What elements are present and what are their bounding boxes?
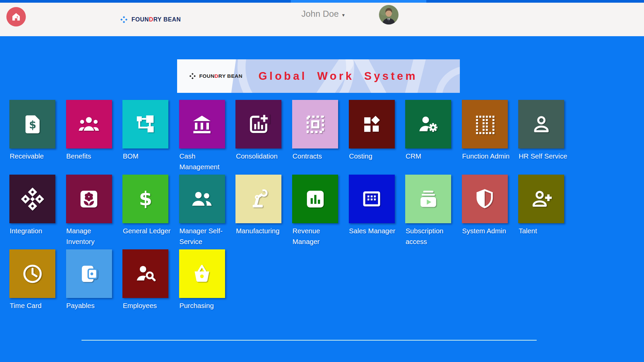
tile-label: CRM <box>406 151 459 162</box>
tile-label: Function Admin <box>462 151 515 162</box>
tile-surface[interactable]: $ <box>122 175 168 223</box>
tile-label: Manage Inventory <box>66 226 119 247</box>
tile-talent[interactable]: Talent <box>518 175 575 247</box>
chart-box-icon <box>304 188 327 210</box>
tile-manager-self-service[interactable]: Manager Self-Service <box>179 175 235 247</box>
tile-surface[interactable] <box>179 100 225 148</box>
bom-schema-icon <box>134 113 157 136</box>
app-window: FOUNDRY BEAN John Doe ▾ <box>0 0 644 362</box>
tile-manufacturing[interactable]: Manufacturing <box>235 175 292 247</box>
flower-box-icon <box>77 188 100 210</box>
dot-grid-icon <box>473 113 496 136</box>
tile-label: Revenue Manager <box>292 226 345 247</box>
tile-label: Integration <box>10 226 63 236</box>
tile-label: Time Card <box>10 300 63 311</box>
tile-employees[interactable]: Employees <box>122 249 179 321</box>
tile-surface[interactable] <box>66 100 112 148</box>
person-add-icon <box>530 188 553 210</box>
tile-surface[interactable] <box>349 100 395 148</box>
tile-function-admin[interactable]: Function Admin <box>462 100 518 172</box>
tile-surface[interactable] <box>235 100 281 148</box>
tile-label: System Admin <box>462 226 515 236</box>
tile-label: Manager Self-Service <box>179 226 232 247</box>
tile-revenue-manager[interactable]: Revenue Manager <box>292 175 348 247</box>
tile-label: HR Self Service <box>519 151 572 162</box>
tile-surface[interactable] <box>179 249 225 298</box>
tile-label: Payables <box>66 300 119 311</box>
tile-surface[interactable] <box>66 249 112 298</box>
people-icon <box>191 188 213 210</box>
tile-surface[interactable]: $ <box>9 100 55 148</box>
app-grid: $ReceivableBenefitsBOMCash ManagementCon… <box>0 0 644 362</box>
tile-surface[interactable] <box>9 249 55 298</box>
tile-payables[interactable]: Payables <box>66 249 122 321</box>
tile-bom[interactable]: BOM <box>122 100 179 172</box>
tile-label: Subscription access <box>406 226 459 247</box>
tile-label: Contracts <box>292 151 345 162</box>
tile-surface[interactable] <box>122 100 168 148</box>
tile-surface[interactable] <box>9 175 55 223</box>
tile-purchasing[interactable]: Purchasing <box>179 249 235 321</box>
tile-consolidation[interactable]: Consolidation <box>235 100 292 172</box>
tile-label: Purchasing <box>179 300 232 311</box>
tile-integration[interactable]: Integration <box>9 175 66 247</box>
subscriptions-icon <box>417 188 440 210</box>
tile-label: Manufacturing <box>236 226 289 236</box>
tile-costing[interactable]: Costing <box>349 100 405 172</box>
person-outline-icon <box>530 113 553 136</box>
tile-surface[interactable] <box>122 249 168 298</box>
tile-manage-inventory[interactable]: Manage Inventory <box>66 175 122 247</box>
person-search-icon <box>134 262 157 285</box>
robot-arm-icon <box>247 188 270 210</box>
tile-crm[interactable]: CRM <box>405 100 462 172</box>
tile-label: Benefits <box>66 151 119 162</box>
tile-label: Employees <box>123 300 176 311</box>
tile-surface[interactable] <box>292 175 338 223</box>
clock-icon <box>21 262 44 285</box>
svg-text:$: $ <box>139 188 152 209</box>
manage-accounts-icon <box>417 113 440 136</box>
tile-contracts[interactable]: Contracts <box>292 100 348 172</box>
dollar-icon: $ <box>134 188 157 210</box>
tile-surface[interactable] <box>518 100 564 148</box>
svg-text:$: $ <box>29 119 36 131</box>
tile-subscription-access[interactable]: Subscription access <box>405 175 462 247</box>
tile-hr-self-service[interactable]: HR Self Service <box>518 100 575 172</box>
tile-receivable[interactable]: $Receivable <box>9 100 66 172</box>
tile-time-card[interactable]: Time Card <box>9 249 66 321</box>
tile-general-ledger[interactable]: $General Ledger <box>122 175 179 247</box>
tile-label: Costing <box>349 151 402 162</box>
tile-surface[interactable] <box>405 100 451 148</box>
tile-label: BOM <box>123 151 176 162</box>
wallet-icon <box>77 262 100 285</box>
tile-label: Talent <box>519 226 572 236</box>
select-all-icon <box>304 113 327 136</box>
bottom-divider <box>82 340 537 341</box>
tile-system-admin[interactable]: System Admin <box>462 175 518 247</box>
bank-icon <box>191 113 213 136</box>
tile-sales-manager[interactable]: Sales Manager <box>349 175 405 247</box>
add-chart-icon <box>247 113 270 136</box>
keypad-icon <box>360 188 383 210</box>
tile-surface[interactable] <box>179 175 225 223</box>
tile-surface[interactable] <box>405 175 451 223</box>
tile-surface[interactable] <box>235 175 281 223</box>
tile-surface[interactable] <box>349 175 395 223</box>
tile-label: Sales Manager <box>349 226 402 236</box>
tile-surface[interactable] <box>518 175 564 223</box>
tile-label: Receivable <box>10 151 63 162</box>
tile-surface[interactable] <box>462 175 508 223</box>
tile-surface[interactable] <box>292 100 338 148</box>
tile-cash-management[interactable]: Cash Management <box>179 100 235 172</box>
tile-surface[interactable] <box>462 100 508 148</box>
groups-icon <box>77 113 100 136</box>
tile-label: Consolidation <box>236 151 289 162</box>
tile-surface[interactable] <box>66 175 112 223</box>
tile-label: Cash Management <box>179 151 232 172</box>
tile-label: General Ledger <box>123 226 176 236</box>
mosaic-icon <box>360 113 383 136</box>
doc-dollar-icon: $ <box>21 113 44 136</box>
basket-icon <box>191 262 213 285</box>
integration-diamonds-icon <box>21 188 44 210</box>
tile-benefits[interactable]: Benefits <box>66 100 122 172</box>
